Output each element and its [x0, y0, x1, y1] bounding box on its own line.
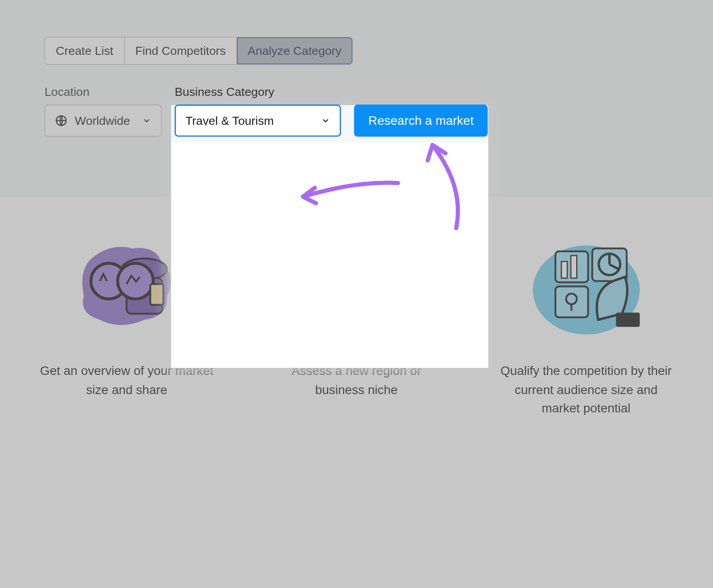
location-field: Location Worldwide [45, 85, 162, 137]
category-field: Business Category Travel & Tourism [175, 85, 341, 137]
location-value: Worldwide [75, 114, 130, 127]
research-market-button[interactable]: Research a market [354, 105, 488, 137]
card-qualify-text: Qualify the competition by their current… [497, 361, 675, 417]
svg-rect-15 [616, 313, 639, 327]
card-qualify: Qualify the competition by their current… [497, 225, 675, 418]
category-value: Travel & Tourism [185, 114, 274, 127]
tab-group: Create List Find Competitors Analyze Cat… [45, 37, 353, 65]
svg-rect-13 [555, 287, 588, 317]
svg-rect-10 [571, 255, 577, 278]
tab-find-competitors[interactable]: Find Competitors [125, 37, 237, 64]
tab-analyze-category[interactable]: Analyze Category [237, 37, 352, 64]
globe-icon [55, 114, 68, 127]
category-select[interactable]: Travel & Tourism [175, 105, 341, 137]
location-label: Location [45, 85, 162, 99]
chevron-down-icon [321, 116, 330, 125]
category-label: Business Category [175, 85, 341, 99]
chevron-down-icon [142, 116, 152, 125]
location-select[interactable]: Worldwide [45, 105, 162, 137]
svg-rect-9 [561, 262, 567, 278]
svg-rect-5 [151, 284, 164, 305]
qualify-illustration [527, 225, 646, 344]
overview-illustration [67, 225, 186, 344]
highlight-region [171, 105, 488, 368]
tab-create-list[interactable]: Create List [45, 37, 124, 64]
